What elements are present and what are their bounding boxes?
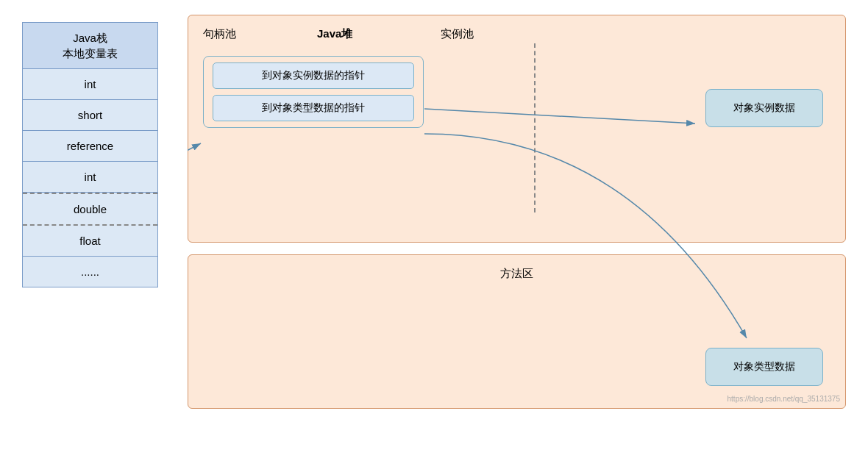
stack-title: Java栈 本地变量表: [23, 23, 157, 69]
label-jubing: 句柄池: [203, 27, 236, 41]
stack-cell-5: float: [23, 226, 157, 257]
method-label: 方法区: [203, 267, 830, 281]
handle-pool-box: 到对象实例数据的指针 到对象类型数据的指针: [203, 56, 424, 128]
stack-cell-0: int: [23, 69, 157, 100]
diagram-area: 句柄池 Java堆 实例池 到对象实例数据的指针 到对象类型数据的指针 对象实例…: [188, 15, 846, 409]
stack-cell-3: int: [23, 162, 157, 193]
handle-row-type: 到对象类型数据的指针: [213, 95, 414, 121]
java-stack-panel: Java栈 本地变量表 intshortreferenceintdoublefl…: [22, 22, 158, 287]
label-shili: 实例池: [441, 27, 474, 41]
method-box: 方法区 对象类型数据: [188, 254, 846, 409]
handle-row-instance: 到对象实例数据的指针: [213, 62, 414, 89]
java-heap-divider: [534, 43, 536, 212]
label-java: Java堆: [317, 27, 352, 41]
main-container: Java栈 本地变量表 intshortreferenceintdoublefl…: [0, 0, 868, 472]
watermark: https://blog.csdn.net/qq_35131375: [728, 395, 840, 403]
heap-box: 句柄池 Java堆 实例池 到对象实例数据的指针 到对象类型数据的指针 对象实例…: [188, 15, 846, 243]
type-data-box: 对象类型数据: [705, 348, 823, 386]
stack-cell-2: reference: [23, 131, 157, 162]
stack-cell-6: ......: [23, 257, 157, 287]
heap-labels: 句柄池 Java堆 实例池: [203, 27, 830, 41]
stack-cell-4: double: [23, 193, 157, 226]
stack-cell-1: short: [23, 100, 157, 131]
instance-data-box: 对象实例数据: [705, 89, 823, 127]
